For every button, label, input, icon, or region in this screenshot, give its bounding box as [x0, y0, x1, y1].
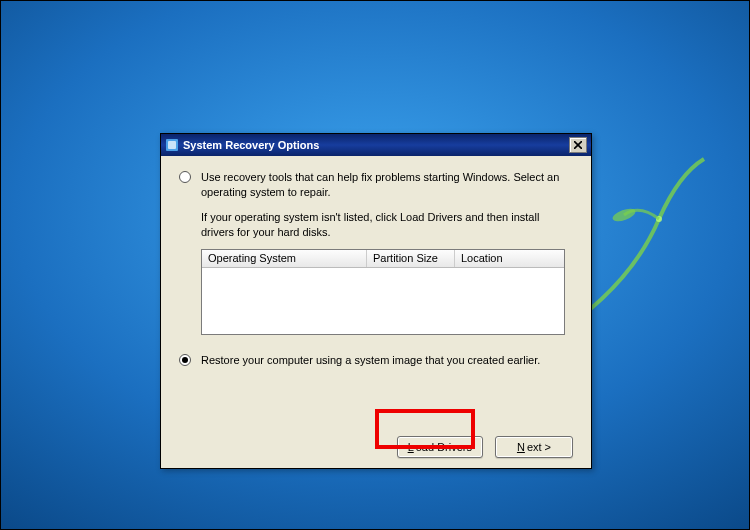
- option-restore-image[interactable]: Restore your computer using a system ima…: [179, 353, 573, 368]
- titlebar: System Recovery Options: [161, 134, 591, 156]
- os-table[interactable]: Operating System Partition Size Location: [201, 249, 565, 335]
- svg-rect-3: [168, 141, 176, 149]
- col-location[interactable]: Location: [455, 250, 564, 267]
- option-recovery-tools-label: Use recovery tools that can help fix pro…: [201, 170, 573, 200]
- close-button[interactable]: [569, 137, 587, 153]
- load-drivers-button[interactable]: Load Drivers: [397, 436, 483, 458]
- close-icon: [574, 141, 582, 149]
- svg-point-1: [611, 206, 637, 224]
- system-recovery-options-dialog: System Recovery Options Use recovery too…: [160, 133, 592, 469]
- dialog-body: Use recovery tools that can help fix pro…: [161, 156, 591, 468]
- os-table-header: Operating System Partition Size Location: [202, 250, 564, 268]
- window-title: System Recovery Options: [183, 139, 569, 151]
- radio-recovery-tools[interactable]: [179, 171, 191, 183]
- col-operating-system[interactable]: Operating System: [202, 250, 367, 267]
- radio-restore-image[interactable]: [179, 354, 191, 366]
- next-button[interactable]: Next >: [495, 436, 573, 458]
- button-row: Load Drivers Next >: [397, 436, 573, 458]
- option-restore-image-label: Restore your computer using a system ima…: [201, 353, 540, 368]
- system-recovery-icon: [165, 138, 179, 152]
- svg-point-0: [656, 216, 662, 222]
- option-recovery-tools[interactable]: Use recovery tools that can help fix pro…: [179, 170, 573, 200]
- load-drivers-hint: If your operating system isn't listed, c…: [201, 210, 573, 240]
- col-partition-size[interactable]: Partition Size: [367, 250, 455, 267]
